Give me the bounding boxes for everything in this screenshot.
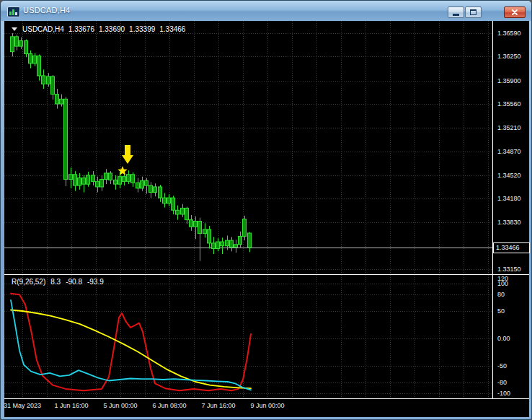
current-price-tag: 1.33466: [493, 242, 530, 253]
indicator-slow-line: [11, 300, 251, 390]
time-axis-label: 5 Jun 00:00: [103, 402, 137, 409]
time-axis[interactable]: 31 May 20231 Jun 16:005 Jun 00:006 Jun 0…: [4, 399, 529, 417]
time-axis-label: 7 Jun 16:00: [201, 402, 235, 409]
indicator-name: R(9,26,52): [12, 278, 45, 286]
price-axis-label: 1.33150: [497, 266, 521, 273]
window-title: USDCAD,H4: [23, 6, 70, 14]
price-axis-label: 1.34520: [497, 172, 521, 179]
close-button[interactable]: [504, 6, 526, 18]
time-axis-label: 1 Jun 16:00: [54, 402, 88, 409]
indicator-label: R(9,26,52) 8.3 -90.8 -93.9: [12, 278, 104, 286]
price-axis-label: 1.33830: [497, 219, 521, 226]
indicator-value-1: 8.3: [50, 278, 61, 286]
price-axis-label: 1.34870: [497, 148, 521, 155]
maximize-icon: [470, 9, 476, 15]
down-arrow-marker: [122, 145, 133, 164]
time-axis-label: 6 Jun 08:00: [152, 402, 186, 409]
chart-app-icon: [7, 6, 20, 17]
minimize-button[interactable]: [448, 6, 464, 18]
indicator-axis-label: -100: [497, 390, 510, 397]
ohlc-close: 1.33466: [159, 25, 185, 33]
chart-symbol-label: USDCAD,H4: [22, 25, 64, 33]
chart-client-area: USDCAD,H4 1.33676 1.33690 1.33399 1.3346…: [4, 21, 529, 417]
indicator-value-3: -93.9: [87, 278, 104, 286]
price-axis-label: 1.35560: [497, 100, 521, 108]
close-icon: [511, 9, 518, 16]
indicator-axis-label: 50: [497, 307, 505, 315]
time-axis-label: 31 May 2023: [4, 402, 41, 409]
indicator-axis-label: 100: [497, 280, 508, 287]
ohlc-open: 1.33676: [68, 25, 94, 33]
indicator-axis-label: -80: [497, 379, 507, 386]
indicator-axis-label: -50: [497, 362, 507, 369]
ohlc-low: 1.33399: [129, 25, 155, 33]
indicator-canvas[interactable]: [4, 275, 492, 398]
price-chart-canvas[interactable]: [4, 21, 492, 274]
symbol-dropdown-icon[interactable]: [12, 27, 17, 31]
price-axis-label: 1.34180: [497, 195, 521, 202]
ohlc-high: 1.33690: [99, 25, 125, 33]
minimize-icon: [453, 14, 459, 16]
indicator-axis-label: 80: [497, 291, 505, 298]
star-marker: [118, 166, 127, 175]
indicator-axis-label: 0.00: [497, 335, 510, 342]
chart-indicator-separator[interactable]: [4, 274, 529, 275]
price-axis-label: 1.36590: [497, 30, 521, 37]
terminal-window: USDCAD,H4 USDCAD,H4 1.33676 1.33690 1.33…: [0, 0, 532, 420]
indicator-fast-line: [11, 294, 251, 391]
indicator-scale[interactable]: 12010080500.00-50-80-100: [493, 275, 529, 398]
maximize-button[interactable]: [465, 6, 482, 18]
price-axis-label: 1.36250: [497, 53, 521, 60]
time-axis-label: 9 Jun 00:00: [250, 402, 284, 409]
window-titlebar[interactable]: USDCAD,H4: [1, 1, 531, 21]
indicator-value-2: -90.8: [66, 278, 82, 286]
price-axis-label: 1.35900: [497, 77, 521, 84]
indicator-mid-line: [11, 310, 251, 389]
price-axis-label: 1.35210: [497, 124, 521, 131]
chart-ohlc-header: USDCAD,H4 1.33676 1.33690 1.33399 1.3346…: [12, 25, 185, 33]
